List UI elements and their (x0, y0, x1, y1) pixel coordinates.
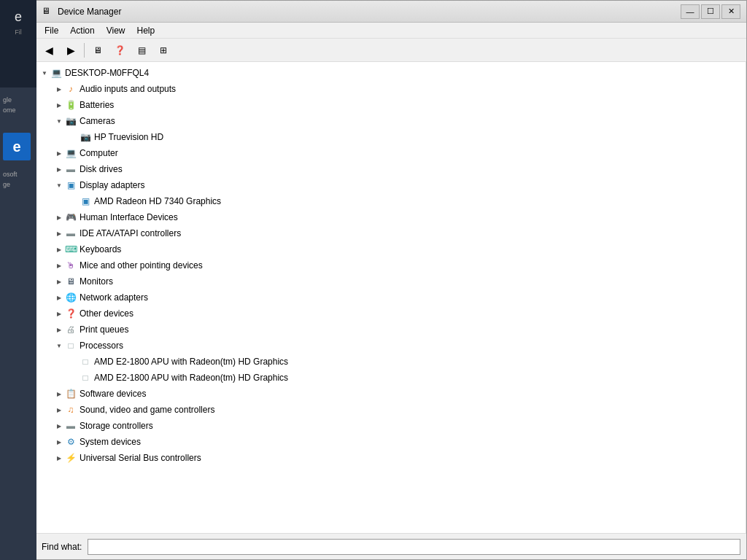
tree-item[interactable]: ▶⚙System devices (36, 434, 746, 450)
device-icon: 📷 (80, 131, 91, 143)
device-icon: 💻 (65, 147, 77, 159)
device-label: AMD Radeon HD 7340 Graphics (94, 196, 221, 206)
device-icon: 🖨 (65, 324, 77, 335)
find-input[interactable] (88, 539, 740, 555)
properties-button[interactable]: ▤ (131, 41, 152, 60)
tree-item[interactable]: ▶🖥Monitors (36, 273, 746, 289)
tree-item[interactable]: ▶▬Storage controllers (36, 418, 746, 434)
tree-item[interactable]: ▶⌨Keyboards (36, 241, 746, 257)
tree-item[interactable]: ▶▬Disk drives (36, 161, 746, 177)
expand-arrow[interactable]: ▶ (53, 452, 65, 464)
expand-arrow[interactable]: ▶ (53, 292, 65, 303)
tree-item[interactable]: ▶🖨Print queues (36, 322, 746, 338)
expand-arrow[interactable]: ▼ (53, 179, 65, 191)
expand-arrow[interactable]: ▶ (53, 324, 65, 335)
expand-arrow[interactable]: ▶ (53, 99, 65, 111)
menu-file[interactable]: File (39, 23, 64, 38)
device-icon: ⚡ (65, 452, 77, 464)
tree-item[interactable]: ▶🔋Batteries (36, 97, 746, 113)
device-icon: ▬ (65, 420, 77, 432)
device-label: Keyboards (80, 244, 121, 254)
device-icon: 🖱 (65, 260, 77, 271)
device-icon: 🔋 (65, 99, 77, 111)
tree-item[interactable]: ▶📋Software devices (36, 386, 746, 402)
device-icon: □ (80, 356, 91, 368)
expand-arrow[interactable]: ▶ (53, 388, 65, 400)
tree-item[interactable]: ▶♪Audio inputs and outputs (36, 81, 746, 97)
minimize-button[interactable]: — (681, 4, 700, 19)
expand-arrow[interactable] (68, 195, 80, 207)
expand-arrow[interactable]: ▶ (53, 147, 65, 159)
tree-item[interactable]: ▶❓Other devices (36, 306, 746, 322)
tree-item[interactable]: ▼💻DESKTOP-M0FFQL4 (36, 65, 746, 81)
device-label: Cameras (80, 116, 115, 126)
device-label: Display adapters (80, 180, 144, 190)
expand-arrow[interactable]: ▶ (53, 211, 65, 223)
device-label: Human Interface Devices (80, 212, 178, 222)
tree-item[interactable]: ▼□Processors (36, 338, 746, 354)
menu-view[interactable]: View (101, 23, 131, 38)
expand-arrow[interactable] (68, 372, 80, 384)
devices-button[interactable]: ⊞ (153, 41, 174, 60)
expand-arrow[interactable]: ▶ (53, 404, 65, 416)
tree-item[interactable]: □AMD E2-1800 APU with Radeon(tm) HD Grap… (36, 370, 746, 386)
tree-item[interactable]: ▼📷Cameras (36, 113, 746, 129)
device-icon: ❓ (65, 308, 77, 319)
expand-arrow[interactable]: ▶ (53, 420, 65, 432)
device-label: Audio inputs and outputs (80, 84, 176, 94)
device-tree[interactable]: ▼💻DESKTOP-M0FFQL4▶♪Audio inputs and outp… (36, 62, 746, 533)
device-label: DESKTOP-M0FFQL4 (65, 68, 149, 78)
device-label: Mice and other pointing devices (80, 260, 203, 271)
expand-arrow[interactable]: ▼ (53, 115, 65, 127)
tree-item[interactable]: □AMD E2-1800 APU with Radeon(tm) HD Grap… (36, 354, 746, 370)
expand-arrow[interactable]: ▼ (39, 67, 50, 79)
device-label: Processors (80, 341, 123, 351)
expand-arrow[interactable]: ▶ (53, 163, 65, 175)
device-icon: □ (65, 340, 77, 351)
tree-item[interactable]: ▶🎮Human Interface Devices (36, 209, 746, 225)
expand-arrow[interactable] (68, 356, 80, 368)
tree-item[interactable]: ▼▣Display adapters (36, 177, 746, 193)
expand-arrow[interactable]: ▶ (53, 276, 65, 287)
browser-icon: e (0, 4, 36, 27)
find-bar: Find what: (36, 533, 746, 559)
toolbar: ◀ ▶ 🖥 ❓ ▤ ⊞ (36, 39, 746, 62)
tree-item[interactable]: ▶♫Sound, video and game controllers (36, 402, 746, 418)
device-label: Network adapters (80, 292, 148, 303)
back-button[interactable]: ◀ (39, 41, 59, 60)
device-icon: ⌨ (65, 244, 77, 255)
expand-arrow[interactable]: ▶ (53, 244, 65, 255)
device-label: Software devices (80, 389, 146, 399)
menu-help[interactable]: Help (131, 23, 161, 38)
expand-arrow[interactable]: ▼ (53, 340, 65, 351)
tree-item[interactable]: ▶🖱Mice and other pointing devices (36, 257, 746, 273)
maximize-button[interactable]: ☐ (701, 4, 720, 19)
menu-action[interactable]: Action (64, 23, 100, 38)
device-icon: ▣ (80, 195, 91, 207)
expand-arrow[interactable]: ▶ (53, 83, 65, 95)
tree-item[interactable]: ▶▬IDE ATA/ATAPI controllers (36, 225, 746, 241)
tree-item[interactable]: ▶💻Computer (36, 145, 746, 161)
tree-item[interactable]: ▶⚡Universal Serial Bus controllers (36, 450, 746, 466)
microsoft-logo: e (3, 133, 31, 160)
expand-arrow[interactable]: ▶ (53, 260, 65, 271)
sidebar-text-2: ome (0, 105, 36, 115)
forward-button[interactable]: ▶ (61, 41, 81, 60)
device-label: Print queues (80, 324, 128, 335)
close-button[interactable]: ✕ (721, 4, 740, 19)
left-sidebar: e Fil gle ome e osoft ge (0, 0, 36, 560)
expand-arrow[interactable]: ▶ (53, 308, 65, 319)
tree-item[interactable]: ▶🌐Network adapters (36, 289, 746, 306)
device-icon: 📋 (65, 388, 77, 400)
device-icon: ▣ (65, 179, 77, 191)
device-icon: ▬ (65, 228, 77, 239)
device-icon: □ (80, 372, 91, 384)
tree-item[interactable]: ▣AMD Radeon HD 7340 Graphics (36, 193, 746, 209)
help-button[interactable]: ❓ (109, 41, 130, 60)
expand-arrow[interactable]: ▶ (53, 436, 65, 448)
tree-item[interactable]: 📷HP Truevision HD (36, 129, 746, 145)
computer-button[interactable]: 🖥 (88, 41, 108, 60)
device-label: AMD E2-1800 APU with Radeon(tm) HD Graph… (94, 357, 288, 367)
expand-arrow[interactable] (68, 131, 80, 143)
expand-arrow[interactable]: ▶ (53, 228, 65, 239)
